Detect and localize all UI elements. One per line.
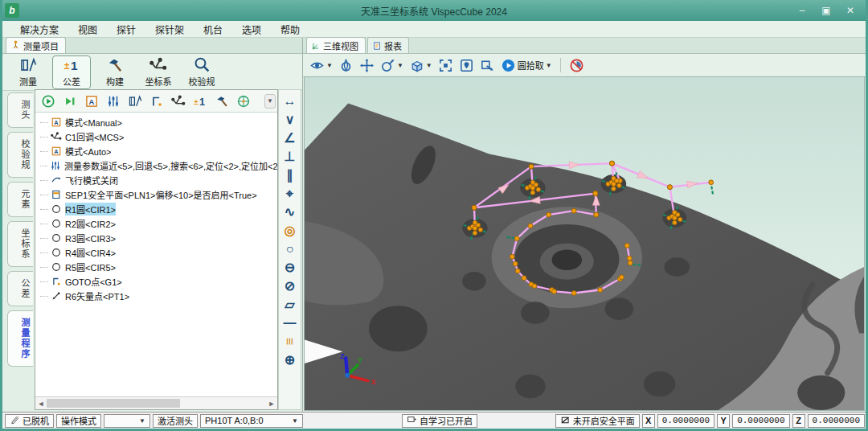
gdt-perpendicularity-button[interactable]: ⊥ <box>279 147 301 166</box>
tree-toolbar-tolerance-button[interactable]: ±1 <box>190 92 210 110</box>
chevron-down-icon: ▼ <box>139 417 145 425</box>
gdt-balance-button[interactable]: ⊕ <box>279 351 301 369</box>
gdt-total-runout-button[interactable]: ⊘ <box>279 277 301 295</box>
viewport-play-button[interactable]: 圆拾取▼ <box>501 58 552 73</box>
active-probe-select[interactable]: PH10T A:0,B:0 ▼ <box>200 414 303 428</box>
viewport-sketch-button[interactable]: ▼ <box>380 58 403 73</box>
viewport-pan-button[interactable] <box>480 58 495 73</box>
touch-point <box>571 208 576 213</box>
side-tab-3[interactable]: 坐标系 <box>7 221 33 267</box>
viewport-locate-button[interactable] <box>459 58 474 73</box>
tree-item-6[interactable]: R1圆<CIR1> <box>35 202 277 216</box>
touch-point <box>528 224 533 228</box>
tree-item-4[interactable]: 飞行模式关闭 <box>35 173 277 187</box>
side-tab-1[interactable]: 校验规 <box>7 132 33 178</box>
menu-item-2[interactable]: 探针 <box>107 21 145 38</box>
toolbar-overflow-button[interactable]: ▼ <box>264 94 276 109</box>
touch-point <box>673 216 678 220</box>
touch-point <box>530 191 535 195</box>
side-tab-5[interactable]: 测量程序 <box>7 310 33 367</box>
scroll-left-arrow[interactable]: ◄ <box>35 400 47 408</box>
gdt-symmetry-button[interactable]: ≡ <box>279 332 301 351</box>
tree-item-12[interactable]: R6矢量点<PT1> <box>35 289 277 303</box>
tree-item-9[interactable]: R4圆<CIR4> <box>35 245 277 260</box>
gdt-parallelism-button[interactable]: ∥ <box>279 166 301 184</box>
tree-toolbar-run-button[interactable] <box>39 92 58 110</box>
tree-toolbar-build-button[interactable] <box>212 92 231 110</box>
run-icon <box>41 94 55 109</box>
gdt-flatness-button[interactable]: ▱ <box>279 295 301 314</box>
tree-item-11[interactable]: GOTO点<G1> <box>35 274 277 289</box>
tree-horizontal-scrollbar[interactable]: ◄ ► <box>35 396 277 409</box>
menu-item-6[interactable]: 帮助 <box>271 21 309 38</box>
gdt-angle-between-button[interactable]: ∨ <box>279 110 301 129</box>
scrollbar-thumb[interactable] <box>47 399 180 408</box>
ribbon-button-tolerance[interactable]: ±1公差 <box>52 55 91 89</box>
gdt-angle-button[interactable]: ∠ <box>279 129 301 147</box>
touch-point <box>514 236 519 241</box>
gdt-profile-button[interactable]: ∿ <box>279 203 301 221</box>
magnifier-icon <box>193 56 211 74</box>
report-tab-icon <box>372 41 382 51</box>
gdt-position-button[interactable]: ⌖ <box>279 184 301 203</box>
tree-toolbar-axes-button[interactable] <box>169 92 188 110</box>
side-tab-0[interactable]: 测头 <box>7 92 33 128</box>
viewport-orbit-button[interactable] <box>338 58 354 73</box>
gdt-distance-button[interactable]: ↔ <box>279 92 301 110</box>
3d-viewport[interactable]: XYZ <box>304 76 865 411</box>
self-learn-status[interactable]: 自学习已开启 <box>402 414 477 428</box>
tree-item-1[interactable]: C1回调<MCS> <box>35 129 277 144</box>
restore-button[interactable]: ▣ <box>820 5 833 16</box>
ribbon-button-build[interactable]: 构建 <box>96 55 134 89</box>
tree-toolbar-step-run-button[interactable] <box>60 92 80 110</box>
tree-toolbar-params-button[interactable] <box>104 92 123 110</box>
tree-item-5[interactable]: SEP1安全平面<PLN1>偏移<10>是否启用<True> <box>35 187 277 202</box>
tree-item-2[interactable]: A模式<Auto> <box>35 144 277 158</box>
operation-mode-select[interactable]: ▼ <box>104 414 150 428</box>
viewport-no-probe-button[interactable] <box>569 58 584 73</box>
tree-item-7[interactable]: R2圆<CIR2> <box>35 216 277 231</box>
measure-icon <box>19 56 37 74</box>
tree-toolbar-probe-check-button[interactable] <box>234 92 253 110</box>
tree-item-3[interactable]: 测量参数逼近<5>,回退<5>,搜索<6>,定位<2>,定位加<2>,测量 <box>35 158 277 173</box>
tree-item-label: 测量参数逼近<5>,回退<5>,搜索<6>,定位<2>,定位加<2>,测量 <box>64 159 277 172</box>
tree-toolbar-mode-button[interactable]: A <box>82 92 101 110</box>
menu-item-3[interactable]: 探针架 <box>145 21 194 38</box>
viewport-cube-view-button[interactable]: ▼ <box>409 58 432 73</box>
menu-item-5[interactable]: 选项 <box>232 21 271 38</box>
close-button[interactable]: ✕ <box>844 5 857 16</box>
side-tab-2[interactable]: 元素 <box>7 182 33 217</box>
ribbon-button-measure[interactable]: 测量 <box>9 55 47 89</box>
menu-item-1[interactable]: 视图 <box>68 21 107 38</box>
menu-item-4[interactable]: 机台 <box>194 21 232 38</box>
tab-3d-view[interactable]: 三维视图 <box>306 37 366 53</box>
gdt-concentricity-button[interactable]: ◎ <box>279 221 301 240</box>
tree-item-10[interactable]: R5圆<CIR5> <box>35 260 277 274</box>
tree-item-8[interactable]: R3圆<CIR3> <box>35 231 277 245</box>
pen-offline-icon <box>10 415 20 427</box>
viewport-fit-button[interactable] <box>438 58 453 73</box>
gdt-roundness-button[interactable]: ○ <box>279 240 301 258</box>
machine-coordinates: X0.0000000Y0.0000000Z0.0000000 <box>642 414 865 428</box>
probe-tab-icon <box>10 39 21 51</box>
tree-toolbar-measure-button[interactable] <box>125 92 145 110</box>
tab-report[interactable]: 报表 <box>367 37 409 53</box>
sketch-icon <box>380 58 395 73</box>
touch-point <box>529 164 534 169</box>
ribbon-button-axes[interactable]: 坐标系 <box>139 55 178 89</box>
tree-toolbar-goto-button[interactable] <box>147 92 166 110</box>
ribbon-button-magnifier[interactable]: 校验规 <box>182 55 221 89</box>
viewport-move-button[interactable] <box>359 58 375 73</box>
safety-plane-status[interactable]: 未开启安全平面 <box>555 414 640 428</box>
gdt-straightness-button[interactable]: — <box>279 314 301 332</box>
tab-measure-project[interactable]: 测量项目 <box>6 37 66 53</box>
viewport-visibility-button[interactable]: ▼ <box>309 58 333 73</box>
scroll-right-arrow[interactable]: ► <box>266 400 277 408</box>
tree-item-0[interactable]: A模式<Manual> <box>35 115 277 129</box>
gdt-runout-button[interactable]: ⊖ <box>279 258 301 277</box>
minimize-button[interactable]: – <box>796 5 809 16</box>
side-tab-4[interactable]: 公差 <box>7 271 33 306</box>
selflearn-icon <box>407 415 417 425</box>
touch-point <box>617 183 622 188</box>
menu-item-0[interactable]: 解决方案 <box>10 21 68 38</box>
